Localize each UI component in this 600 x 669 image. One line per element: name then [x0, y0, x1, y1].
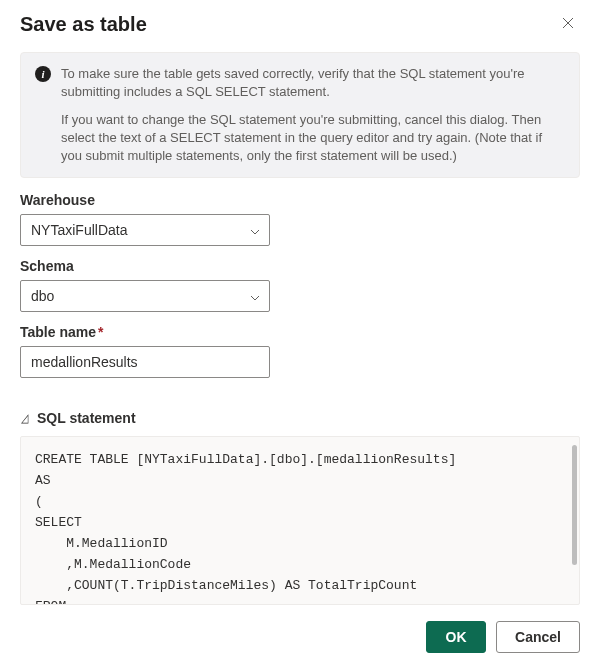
sql-statement-preview: CREATE TABLE [NYTaxiFullData].[dbo].[med…: [20, 436, 580, 605]
info-text: To make sure the table gets saved correc…: [61, 65, 565, 165]
info-banner: i To make sure the table gets saved corr…: [20, 52, 580, 178]
sql-section-title: SQL statement: [37, 410, 136, 426]
info-text-para1: To make sure the table gets saved correc…: [61, 65, 565, 101]
table-name-label-text: Table name: [20, 324, 96, 340]
schema-select[interactable]: dbo: [20, 280, 270, 312]
info-icon: i: [35, 66, 51, 82]
table-name-label: Table name*: [20, 324, 580, 340]
schema-field: Schema dbo: [20, 258, 580, 312]
dialog-footer: OK Cancel: [20, 621, 580, 653]
sql-section-header[interactable]: ◿ SQL statement: [20, 410, 580, 426]
scrollbar-thumb[interactable]: [572, 445, 577, 565]
schema-label: Schema: [20, 258, 580, 274]
cancel-button[interactable]: Cancel: [496, 621, 580, 653]
disclosure-triangle-icon: ◿: [21, 411, 28, 425]
dialog-header: Save as table: [20, 12, 580, 36]
warehouse-select[interactable]: NYTaxiFullData: [20, 214, 270, 246]
warehouse-label: Warehouse: [20, 192, 580, 208]
sql-code-text: CREATE TABLE [NYTaxiFullData].[dbo].[med…: [35, 452, 456, 605]
warehouse-field: Warehouse NYTaxiFullData: [20, 192, 580, 246]
close-icon: [562, 17, 574, 32]
dialog-title: Save as table: [20, 13, 147, 36]
required-indicator: *: [98, 324, 103, 340]
close-button[interactable]: [556, 12, 580, 36]
info-text-para2: If you want to change the SQL statement …: [61, 111, 565, 165]
ok-button[interactable]: OK: [426, 621, 486, 653]
table-name-input[interactable]: [20, 346, 270, 378]
table-name-field: Table name*: [20, 324, 580, 378]
